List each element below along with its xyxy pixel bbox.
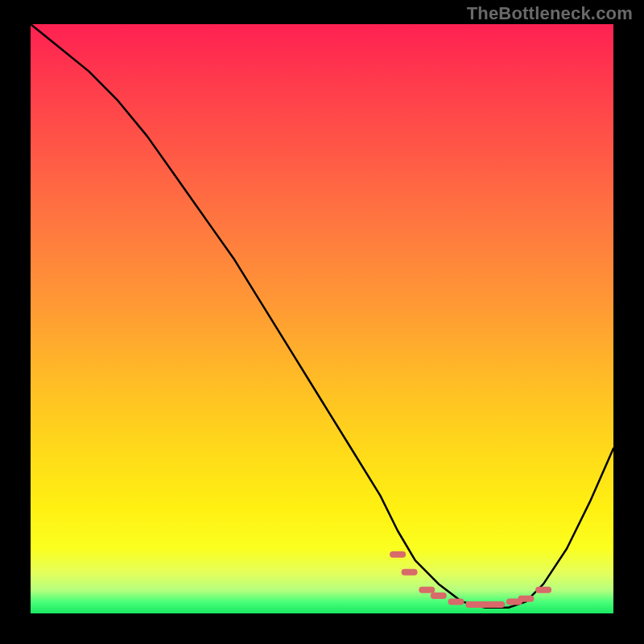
plot-area xyxy=(31,24,613,613)
curve-layer xyxy=(31,24,613,613)
chart-frame: TheBottleneck.com xyxy=(0,0,644,644)
watermark-text: TheBottleneck.com xyxy=(467,3,633,24)
bottleneck-curve xyxy=(31,24,613,608)
